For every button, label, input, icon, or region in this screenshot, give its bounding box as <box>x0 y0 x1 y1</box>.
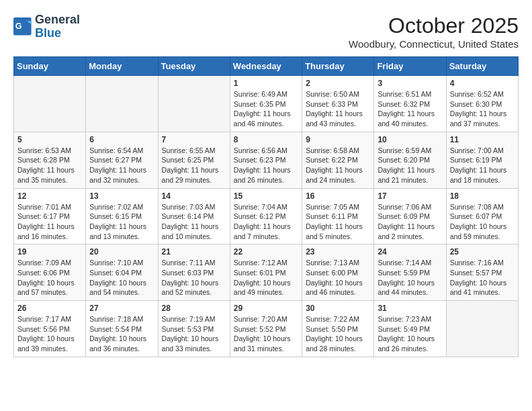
calendar-day-cell: 27Sunrise: 7:18 AM Sunset: 5:54 PM Dayli… <box>86 301 158 357</box>
calendar-day-cell <box>158 76 230 132</box>
calendar-day-cell: 25Sunrise: 7:16 AM Sunset: 5:57 PM Dayli… <box>446 244 518 301</box>
weekday-header: Wednesday <box>230 57 302 76</box>
calendar-day-cell <box>86 76 158 132</box>
calendar-day-cell: 10Sunrise: 6:59 AM Sunset: 6:20 PM Dayli… <box>374 132 446 188</box>
calendar-day-cell: 22Sunrise: 7:12 AM Sunset: 6:01 PM Dayli… <box>230 244 302 301</box>
calendar-day-cell: 6Sunrise: 6:54 AM Sunset: 6:27 PM Daylig… <box>86 132 158 188</box>
day-info: Sunrise: 7:09 AM Sunset: 6:06 PM Dayligh… <box>17 258 82 298</box>
calendar-day-cell: 28Sunrise: 7:19 AM Sunset: 5:53 PM Dayli… <box>158 301 230 357</box>
day-info: Sunrise: 7:23 AM Sunset: 5:49 PM Dayligh… <box>378 314 442 354</box>
calendar-day-cell: 7Sunrise: 6:55 AM Sunset: 6:25 PM Daylig… <box>158 132 230 188</box>
day-info: Sunrise: 7:14 AM Sunset: 5:59 PM Dayligh… <box>378 258 442 298</box>
day-info: Sunrise: 6:51 AM Sunset: 6:32 PM Dayligh… <box>378 89 442 129</box>
day-number: 19 <box>17 247 82 257</box>
svg-text:G: G <box>15 21 22 31</box>
calendar-day-cell: 16Sunrise: 7:05 AM Sunset: 6:11 PM Dayli… <box>302 188 374 244</box>
day-number: 8 <box>234 135 298 144</box>
day-info: Sunrise: 6:49 AM Sunset: 6:35 PM Dayligh… <box>234 89 298 129</box>
calendar-day-cell: 17Sunrise: 7:06 AM Sunset: 6:09 PM Dayli… <box>374 188 446 244</box>
calendar-day-cell: 19Sunrise: 7:09 AM Sunset: 6:06 PM Dayli… <box>14 244 86 301</box>
day-number: 18 <box>450 191 515 201</box>
calendar-week-row: 19Sunrise: 7:09 AM Sunset: 6:06 PM Dayli… <box>14 244 519 301</box>
day-number: 30 <box>306 304 370 313</box>
day-number: 21 <box>162 247 226 257</box>
day-info: Sunrise: 6:58 AM Sunset: 6:22 PM Dayligh… <box>306 146 370 185</box>
calendar-day-cell: 9Sunrise: 6:58 AM Sunset: 6:22 PM Daylig… <box>302 132 374 188</box>
day-info: Sunrise: 7:22 AM Sunset: 5:50 PM Dayligh… <box>306 314 370 354</box>
day-info: Sunrise: 7:02 AM Sunset: 6:15 PM Dayligh… <box>89 202 154 242</box>
weekday-header: Saturday <box>446 57 518 76</box>
day-info: Sunrise: 7:01 AM Sunset: 6:17 PM Dayligh… <box>17 202 82 242</box>
day-number: 6 <box>89 135 154 144</box>
calendar-week-row: 12Sunrise: 7:01 AM Sunset: 6:17 PM Dayli… <box>14 188 519 244</box>
day-number: 3 <box>378 79 442 88</box>
day-number: 29 <box>234 304 298 313</box>
logo-line2: Blue <box>35 27 80 40</box>
day-number: 20 <box>89 247 154 257</box>
day-info: Sunrise: 6:53 AM Sunset: 6:28 PM Dayligh… <box>17 146 82 185</box>
calendar-day-cell: 26Sunrise: 7:17 AM Sunset: 5:56 PM Dayli… <box>14 301 86 357</box>
location-text: Woodbury, Connecticut, United States <box>349 38 519 50</box>
calendar-day-cell <box>446 301 518 357</box>
day-number: 28 <box>162 304 226 313</box>
title-block: October 2025 Woodbury, Connecticut, Unit… <box>349 13 519 50</box>
day-info: Sunrise: 7:12 AM Sunset: 6:01 PM Dayligh… <box>234 258 298 298</box>
day-info: Sunrise: 7:19 AM Sunset: 5:53 PM Dayligh… <box>162 314 226 354</box>
weekday-header: Sunday <box>14 57 86 76</box>
logo-text: General Blue <box>35 13 80 40</box>
calendar-day-cell: 14Sunrise: 7:03 AM Sunset: 6:14 PM Dayli… <box>158 188 230 244</box>
calendar-day-cell: 11Sunrise: 7:00 AM Sunset: 6:19 PM Dayli… <box>446 132 518 188</box>
month-title: October 2025 <box>349 13 519 38</box>
calendar-day-cell: 13Sunrise: 7:02 AM Sunset: 6:15 PM Dayli… <box>86 188 158 244</box>
day-number: 4 <box>450 79 515 88</box>
calendar-day-cell: 18Sunrise: 7:08 AM Sunset: 6:07 PM Dayli… <box>446 188 518 244</box>
page-header: G General Blue October 2025 Woodbury, Co… <box>13 13 519 50</box>
day-info: Sunrise: 6:56 AM Sunset: 6:23 PM Dayligh… <box>234 146 298 185</box>
logo-icon: G <box>13 17 32 36</box>
day-info: Sunrise: 6:50 AM Sunset: 6:33 PM Dayligh… <box>306 89 370 129</box>
day-info: Sunrise: 7:06 AM Sunset: 6:09 PM Dayligh… <box>378 202 442 242</box>
day-number: 14 <box>162 191 226 201</box>
day-number: 24 <box>378 247 442 257</box>
weekday-header: Tuesday <box>158 57 230 76</box>
day-info: Sunrise: 7:04 AM Sunset: 6:12 PM Dayligh… <box>234 202 298 242</box>
day-number: 17 <box>378 191 442 201</box>
calendar-day-cell: 2Sunrise: 6:50 AM Sunset: 6:33 PM Daylig… <box>302 76 374 132</box>
calendar-day-cell: 21Sunrise: 7:11 AM Sunset: 6:03 PM Dayli… <box>158 244 230 301</box>
day-number: 2 <box>306 79 370 88</box>
day-info: Sunrise: 7:05 AM Sunset: 6:11 PM Dayligh… <box>306 202 370 242</box>
day-info: Sunrise: 7:11 AM Sunset: 6:03 PM Dayligh… <box>162 258 226 298</box>
calendar-day-cell: 31Sunrise: 7:23 AM Sunset: 5:49 PM Dayli… <box>374 301 446 357</box>
day-info: Sunrise: 7:08 AM Sunset: 6:07 PM Dayligh… <box>450 202 515 242</box>
calendar-table: SundayMondayTuesdayWednesdayThursdayFrid… <box>13 56 519 357</box>
day-number: 7 <box>162 135 226 144</box>
day-number: 31 <box>378 304 442 313</box>
day-info: Sunrise: 6:54 AM Sunset: 6:27 PM Dayligh… <box>89 146 154 185</box>
weekday-header: Monday <box>86 57 158 76</box>
calendar-day-cell <box>14 76 86 132</box>
calendar-day-cell: 23Sunrise: 7:13 AM Sunset: 6:00 PM Dayli… <box>302 244 374 301</box>
day-info: Sunrise: 7:10 AM Sunset: 6:04 PM Dayligh… <box>89 258 154 298</box>
day-number: 22 <box>234 247 298 257</box>
calendar-day-cell: 29Sunrise: 7:20 AM Sunset: 5:52 PM Dayli… <box>230 301 302 357</box>
day-number: 9 <box>306 135 370 144</box>
day-info: Sunrise: 6:52 AM Sunset: 6:30 PM Dayligh… <box>450 89 515 129</box>
day-info: Sunrise: 7:20 AM Sunset: 5:52 PM Dayligh… <box>234 314 298 354</box>
day-number: 5 <box>17 135 82 144</box>
weekday-header: Friday <box>374 57 446 76</box>
day-number: 25 <box>450 247 515 257</box>
calendar-day-cell: 8Sunrise: 6:56 AM Sunset: 6:23 PM Daylig… <box>230 132 302 188</box>
day-number: 26 <box>17 304 82 313</box>
day-number: 12 <box>17 191 82 201</box>
calendar-week-row: 5Sunrise: 6:53 AM Sunset: 6:28 PM Daylig… <box>14 132 519 188</box>
day-info: Sunrise: 7:18 AM Sunset: 5:54 PM Dayligh… <box>89 314 154 354</box>
day-number: 13 <box>89 191 154 201</box>
calendar-day-cell: 3Sunrise: 6:51 AM Sunset: 6:32 PM Daylig… <box>374 76 446 132</box>
day-info: Sunrise: 7:03 AM Sunset: 6:14 PM Dayligh… <box>162 202 226 242</box>
day-info: Sunrise: 6:59 AM Sunset: 6:20 PM Dayligh… <box>378 146 442 185</box>
calendar-day-cell: 12Sunrise: 7:01 AM Sunset: 6:17 PM Dayli… <box>14 188 86 244</box>
calendar-week-row: 1Sunrise: 6:49 AM Sunset: 6:35 PM Daylig… <box>14 76 519 132</box>
day-info: Sunrise: 6:55 AM Sunset: 6:25 PM Dayligh… <box>162 146 226 185</box>
calendar-day-cell: 1Sunrise: 6:49 AM Sunset: 6:35 PM Daylig… <box>230 76 302 132</box>
day-number: 10 <box>378 135 442 144</box>
